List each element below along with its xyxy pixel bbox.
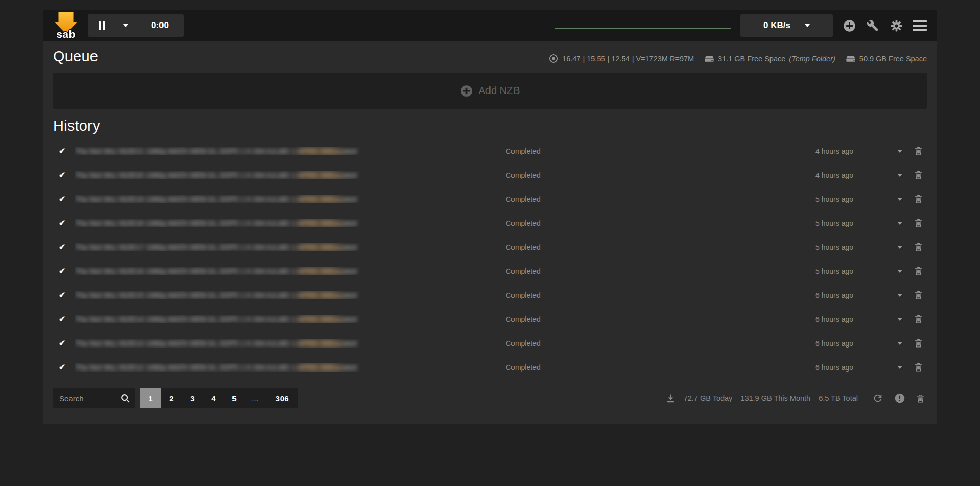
row-actions-dropdown[interactable] (853, 366, 909, 369)
add-nzb-dropzone[interactable]: Add NZB (53, 73, 927, 109)
completed-time: 5 hours ago (787, 195, 853, 203)
caret-down-icon (897, 342, 902, 345)
page-button-4[interactable]: 4 (203, 388, 224, 408)
caret-down-icon (897, 366, 902, 369)
delete-row-button[interactable] (909, 146, 927, 156)
row-actions-dropdown[interactable] (853, 270, 909, 273)
check-icon: ✔ (53, 266, 75, 276)
delete-row-button[interactable] (909, 362, 927, 372)
settings-button[interactable] (889, 19, 903, 32)
row-actions-dropdown[interactable] (853, 342, 909, 345)
search (53, 388, 135, 408)
history-row: ✔ Tha Nixt Wry S02E15 1080p AMZN WEB-DL … (53, 283, 927, 307)
history-row: ✔ Tha Nixt Wry S02E18 1080p AMZN WEB-DL … (53, 211, 927, 235)
main-content: Queue 16.47 | 15.55 | 12.54 | V=1723M R=… (43, 41, 937, 424)
delete-row-button[interactable] (909, 242, 927, 252)
page-button-last[interactable]: 306 (266, 388, 298, 408)
timer-display[interactable]: 0:00 (136, 14, 184, 37)
history-footer: 1 2 3 4 5 ... 306 72.7 GB Today 131.9 GB… (53, 388, 927, 408)
row-actions-dropdown[interactable] (853, 174, 909, 177)
purge-history-button[interactable] (916, 394, 925, 403)
history-item-title[interactable]: Tha Nixt Wry S02E21 1080p AMZN WEB-DL DD… (75, 147, 506, 155)
speed-value: 0 KB/s (763, 20, 790, 31)
trash-icon (914, 170, 923, 180)
trash-icon (914, 314, 923, 324)
history-item-title[interactable]: Tha Nixt Wry S02E16 1080p AMZN WEB-DL DD… (75, 267, 506, 275)
hdd-icon (704, 55, 714, 62)
status-label: Completed (506, 339, 787, 348)
status-label: Completed (506, 363, 787, 372)
history-info-button[interactable] (895, 393, 905, 403)
alert-circle-icon (895, 393, 905, 403)
pause-button[interactable] (88, 14, 115, 37)
delete-row-button[interactable] (909, 218, 927, 228)
delete-row-button[interactable] (909, 266, 927, 276)
plus-circle-icon (843, 19, 856, 33)
caret-down-icon (897, 294, 902, 297)
history-row: ✔ Tha Nixt Wry S02E12 1080p AMZN WEB-DL … (53, 355, 927, 379)
refresh-icon (872, 392, 883, 404)
history-item-title[interactable]: Tha Nixt Wry S02E13 1080p AMZN WEB-DL DD… (75, 339, 506, 348)
history-item-title[interactable]: Tha Nixt Wry S02E17 1080p AMZN WEB-DL DD… (75, 243, 506, 251)
refresh-button[interactable] (872, 392, 883, 404)
page-button-2[interactable]: 2 (161, 388, 182, 408)
trash-icon (916, 394, 925, 403)
delete-row-button[interactable] (909, 338, 927, 348)
history-title: History (53, 118, 927, 134)
history-item-title[interactable]: Tha Nixt Wry S02E14 1080p AMZN WEB-DL DD… (75, 315, 506, 323)
row-actions-dropdown[interactable] (853, 318, 909, 321)
pause-control-group: 0:00 (88, 14, 184, 37)
speed-dropdown[interactable]: 0 KB/s (740, 14, 833, 37)
history-list: ✔ Tha Nixt Wry S02E21 1080p AMZN WEB-DL … (53, 139, 927, 379)
check-icon: ✔ (53, 362, 75, 372)
row-actions-dropdown[interactable] (853, 150, 909, 153)
status-label: Completed (506, 315, 787, 323)
plus-circle-icon (460, 84, 473, 98)
trash-icon (914, 266, 923, 276)
row-actions-dropdown[interactable] (853, 246, 909, 249)
row-actions-dropdown[interactable] (853, 294, 909, 297)
completed-time: 4 hours ago (787, 147, 853, 155)
caret-down-icon (123, 24, 128, 27)
status-wrench-button[interactable] (866, 19, 880, 32)
add-nzb-nav-button[interactable] (842, 19, 856, 33)
page-button-5[interactable]: 5 (224, 388, 245, 408)
row-actions-dropdown[interactable] (853, 222, 909, 225)
history-item-title[interactable]: Tha Nixt Wry S02E15 1080p AMZN WEB-DL DD… (75, 291, 506, 299)
row-actions-dropdown[interactable] (853, 198, 909, 201)
trash-icon (914, 362, 923, 372)
caret-down-icon (897, 198, 902, 201)
check-icon: ✔ (53, 218, 75, 228)
completed-time: 6 hours ago (787, 339, 853, 348)
page-button-3[interactable]: 3 (182, 388, 203, 408)
add-nzb-label: Add NZB (478, 85, 520, 97)
status-label: Completed (506, 147, 787, 155)
queue-title: Queue (53, 48, 98, 65)
download-icon (666, 394, 675, 403)
caret-down-icon (897, 270, 902, 273)
pause-options-dropdown[interactable] (115, 14, 136, 37)
trash-icon (914, 242, 923, 252)
history-row: ✔ Tha Nixt Wry S02E16 1080p AMZN WEB-DL … (53, 259, 927, 283)
check-icon: ✔ (53, 146, 75, 156)
sab-logo[interactable]: sab (53, 12, 79, 40)
status-label: Completed (506, 171, 787, 179)
history-item-title[interactable]: Tha Nixt Wry S02E18 1080p AMZN WEB-DL DD… (75, 219, 506, 227)
page-button-1[interactable]: 1 (140, 388, 161, 408)
menu-button[interactable] (913, 20, 927, 31)
caret-down-icon (897, 222, 902, 225)
delete-row-button[interactable] (909, 194, 927, 204)
check-icon: ✔ (53, 338, 75, 348)
pause-icon (99, 21, 101, 30)
delete-row-button[interactable] (909, 290, 927, 300)
history-item-title[interactable]: Tha Nixt Wry S02E20 1080p AMZN WEB-DL DD… (75, 171, 506, 179)
trash-icon (914, 290, 923, 300)
history-item-title[interactable]: Tha Nixt Wry S02E19 1080p AMZN WEB-DL DD… (75, 195, 506, 203)
hamburger-icon (913, 20, 927, 22)
performance-stat: 16.47 | 15.55 | 12.54 | V=1723M R=97M (549, 54, 694, 63)
delete-row-button[interactable] (909, 170, 927, 180)
history-item-title[interactable]: Tha Nixt Wry S02E12 1080p AMZN WEB-DL DD… (75, 363, 506, 372)
delete-row-button[interactable] (909, 314, 927, 324)
history-row: ✔ Tha Nixt Wry S02E20 1080p AMZN WEB-DL … (53, 163, 927, 187)
search-icon[interactable] (120, 393, 130, 405)
